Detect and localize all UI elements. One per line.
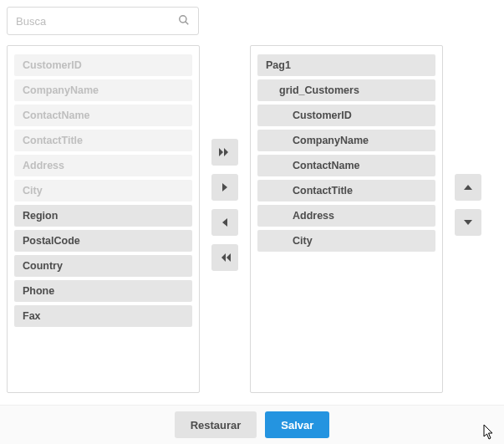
available-field-item: Address — [14, 155, 192, 176]
available-field-item[interactable]: Country — [14, 255, 192, 277]
available-field-item: ContactName — [14, 105, 192, 126]
add-button[interactable] — [211, 174, 238, 201]
restore-button[interactable]: Restaurar — [175, 411, 257, 438]
available-field-item[interactable]: Region — [14, 205, 192, 227]
available-field-item: ContactTitle — [14, 130, 192, 151]
selected-fields-panel: Pag1grid_CustomersCustomerIDCompanyNameC… — [250, 45, 443, 393]
selected-field-item[interactable]: ContactName — [257, 155, 435, 176]
selected-field-item[interactable]: Pag1 — [257, 54, 435, 76]
available-fields-panel: CustomerIDCompanyNameContactNameContactT… — [7, 45, 200, 393]
available-field-item: CompanyName — [14, 79, 192, 101]
reorder-buttons — [455, 174, 481, 236]
selected-field-item[interactable]: ContactTitle — [257, 180, 435, 202]
save-button[interactable]: Salvar — [265, 411, 329, 438]
selected-field-item[interactable]: Address — [257, 205, 435, 227]
available-field-item[interactable]: Fax — [14, 305, 192, 327]
move-up-button[interactable] — [455, 174, 481, 201]
svg-line-1 — [186, 21, 189, 24]
selected-field-item[interactable]: CustomerID — [257, 105, 435, 126]
remove-all-button[interactable] — [211, 244, 238, 271]
available-field-item[interactable]: PostalCode — [14, 230, 192, 252]
search-box[interactable] — [7, 7, 199, 35]
selected-field-item[interactable]: City — [257, 230, 435, 252]
add-all-button[interactable] — [211, 139, 238, 166]
available-field-item[interactable]: Phone — [14, 280, 192, 302]
search-icon — [178, 14, 190, 28]
selected-field-item[interactable]: grid_Customers — [257, 79, 435, 101]
svg-point-0 — [180, 15, 186, 22]
available-field-item: CustomerID — [14, 54, 192, 76]
selected-field-item[interactable]: CompanyName — [257, 130, 435, 151]
footer: Restaurar Salvar — [0, 405, 504, 444]
search-input[interactable] — [16, 15, 178, 28]
available-field-item: City — [14, 180, 192, 202]
move-down-button[interactable] — [455, 209, 481, 236]
remove-button[interactable] — [211, 209, 238, 236]
transfer-buttons — [211, 139, 238, 271]
